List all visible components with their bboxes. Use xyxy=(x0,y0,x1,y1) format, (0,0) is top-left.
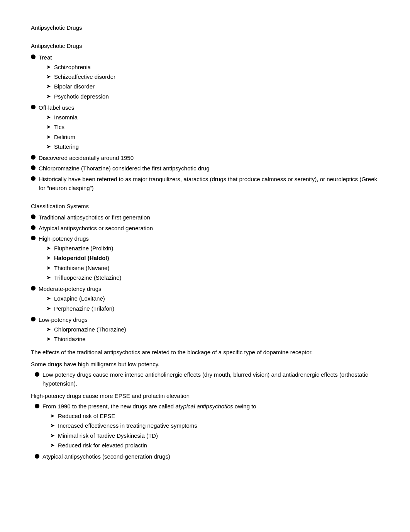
arrow-icon: ➤ xyxy=(46,123,51,131)
bullet3-text: Discovered accidentally around 1950 xyxy=(39,155,134,161)
bullet-dot xyxy=(31,105,36,109)
low-potency-cause-text: Low-potency drugs cause more intense ant… xyxy=(42,371,368,387)
arrow-icon: ➤ xyxy=(50,412,55,420)
from1990-subitems: ➤ Reduced risk of EPSE ➤ Increased effec… xyxy=(50,411,379,450)
section2-title: Classification Systems xyxy=(31,202,379,211)
from1990-prefix: From 1990 to the present, the new drugs … xyxy=(42,403,174,410)
treat-item-1: ➤ Schizophrenia xyxy=(46,63,379,71)
bullet-dot xyxy=(31,225,36,230)
high-potency-item-4: ➤ Trifluoperazine (Stelazine) xyxy=(46,273,379,282)
high-potency-item-1: ➤ Fluphenazine (Prolixin) xyxy=(46,244,379,253)
bullet-dot xyxy=(31,317,36,321)
arrow-icon: ➤ xyxy=(46,325,51,334)
bullet-dot xyxy=(31,236,36,240)
section2-list: Traditional antipsychotics or first gene… xyxy=(31,213,379,344)
arrow-icon: ➤ xyxy=(46,335,51,343)
bullet3-item: Discovered accidentally around 1950 xyxy=(31,153,379,162)
bullet5-item: Historically have been referred to as ma… xyxy=(31,175,379,193)
arrow-icon: ➤ xyxy=(46,133,51,141)
offlabel-label: Off-label uses xyxy=(39,104,74,111)
offlabel-item-2: ➤ Tics xyxy=(46,122,379,131)
arrow-icon: ➤ xyxy=(46,113,51,122)
para3: High-potency drugs cause more EPSE and p… xyxy=(31,391,379,400)
section1-list: Treat ➤ Schizophrenia ➤ Schizoaffective … xyxy=(31,53,379,193)
para2: Some drugs have high milligrams but low … xyxy=(31,360,379,369)
arrow-icon: ➤ xyxy=(46,244,51,253)
class-bullet2-text: Atypical antipsychotics or second genera… xyxy=(39,225,153,231)
arrow-icon: ➤ xyxy=(46,73,51,81)
high-potency-subitems: ➤ Fluphenazine (Prolixin) ➤ Haloperidol … xyxy=(46,244,379,282)
moderate-potency-item-1: ➤ Loxapine (Loxitane) xyxy=(46,294,379,303)
from1990-italic-text: atypical antipsychotics xyxy=(175,403,233,410)
low-potency-subitems: ➤ Chlorpromazine (Thorazine) ➤ Thioridaz… xyxy=(46,325,379,344)
class-bullet2: Atypical antipsychotics or second genera… xyxy=(31,224,379,233)
from1990-item-1: ➤ Reduced risk of EPSE xyxy=(50,411,379,420)
from1990-item-2: ➤ Increased effectiveness in treating ne… xyxy=(50,421,379,430)
arrow-icon: ➤ xyxy=(46,294,51,303)
treat-label: Treat xyxy=(39,54,52,61)
low-cause-bullet: Low-potency drugs cause more intense ant… xyxy=(35,370,379,388)
bullet-dot xyxy=(31,165,36,170)
moderate-potency-item-2: ➤ Perphenazine (Trilafon) xyxy=(46,304,379,313)
page-title-top: Antipsychotic Drugs xyxy=(31,23,379,32)
offlabel-bullet: Off-label uses ➤ Insomnia ➤ Tics ➤ Delir… xyxy=(31,103,379,152)
arrow-icon: ➤ xyxy=(46,254,51,262)
from1990-bullet: From 1990 to the present, the new drugs … xyxy=(35,402,379,450)
from1990-suffix-text: owing to xyxy=(235,403,256,410)
low-potency-label: Low-potency drugs xyxy=(39,316,88,323)
bullet-dot xyxy=(35,404,39,408)
treat-item-4: ➤ Psychotic depression xyxy=(46,92,379,101)
offlabel-item-3: ➤ Delirium xyxy=(46,133,379,141)
arrow-icon: ➤ xyxy=(46,92,51,101)
class-bullet1: Traditional antipsychotics or first gene… xyxy=(31,213,379,222)
arrow-icon: ➤ xyxy=(50,441,55,450)
treat-item-3: ➤ Bipolar disorder xyxy=(46,82,379,91)
section1-title: Antipsychotic Drugs xyxy=(31,41,379,50)
class-bullet3: High-potency drugs ➤ Fluphenazine (Proli… xyxy=(31,234,379,283)
arrow-icon: ➤ xyxy=(46,264,51,272)
class-bullet1-text: Traditional antipsychotics or first gene… xyxy=(39,214,150,221)
high-potency-item-2: ➤ Haloperidol (Haldol) xyxy=(46,253,379,262)
para1: The effects of the traditional antipsych… xyxy=(31,348,379,357)
from1990-item-3: ➤ Minimal risk of Tardive Dyskinesia (TD… xyxy=(50,431,379,440)
moderate-potency-label: Moderate-potency drugs xyxy=(39,286,102,292)
bullet5-text: Historically have been referred to as ma… xyxy=(39,176,377,191)
offlabel-item-4: ➤ Stuttering xyxy=(46,142,379,151)
bullet-dot xyxy=(31,155,36,160)
class-bullet4: Moderate-potency drugs ➤ Loxapine (Loxit… xyxy=(31,284,379,314)
bullet-dot xyxy=(31,54,36,59)
offlabel-item-1: ➤ Insomnia xyxy=(46,113,379,122)
high-potency-item-3: ➤ Thiothixene (Navane) xyxy=(46,263,379,272)
bullet4-item: Chlorpromazine (Thorazine) considered th… xyxy=(31,164,379,173)
arrow-icon: ➤ xyxy=(50,432,55,440)
class-bullet5: Low-potency drugs ➤ Chlorpromazine (Thor… xyxy=(31,315,379,345)
arrow-icon: ➤ xyxy=(46,143,51,151)
from1990-list: From 1990 to the present, the new drugs … xyxy=(35,402,379,461)
moderate-potency-subitems: ➤ Loxapine (Loxitane) ➤ Perphenazine (Tr… xyxy=(46,294,379,313)
arrow-icon: ➤ xyxy=(50,422,55,430)
treat-subitems: ➤ Schizophrenia ➤ Schizoaffective disord… xyxy=(46,63,379,101)
atypical-bullet-text: Atypical antipsychotics (second-generati… xyxy=(42,453,170,460)
arrow-icon: ➤ xyxy=(46,274,51,282)
atypical-bullet-item: Atypical antipsychotics (second-generati… xyxy=(35,452,379,461)
bullet-dot xyxy=(35,372,39,377)
low-potency-item-1: ➤ Chlorpromazine (Thorazine) xyxy=(46,325,379,334)
bullet4-text: Chlorpromazine (Thorazine) considered th… xyxy=(39,165,210,172)
from1990-item-4: ➤ Reduced risk for elevated prolactin xyxy=(50,441,379,450)
low-cause-list: Low-potency drugs cause more intense ant… xyxy=(35,370,379,388)
bullet-dot xyxy=(31,176,36,181)
arrow-icon: ➤ xyxy=(46,63,51,71)
low-potency-item-2: ➤ Thioridazine xyxy=(46,335,379,343)
arrow-icon: ➤ xyxy=(46,304,51,313)
offlabel-subitems: ➤ Insomnia ➤ Tics ➤ Delirium ➤ Stutterin… xyxy=(46,113,379,151)
bullet-dot xyxy=(35,454,39,459)
treat-item-2: ➤ Schizoaffective disorder xyxy=(46,72,379,81)
high-potency-label: High-potency drugs xyxy=(39,235,89,242)
bullet-dot xyxy=(31,214,36,219)
bullet-dot xyxy=(31,286,36,291)
arrow-icon: ➤ xyxy=(46,82,51,91)
treat-bullet: Treat ➤ Schizophrenia ➤ Schizoaffective … xyxy=(31,53,379,102)
